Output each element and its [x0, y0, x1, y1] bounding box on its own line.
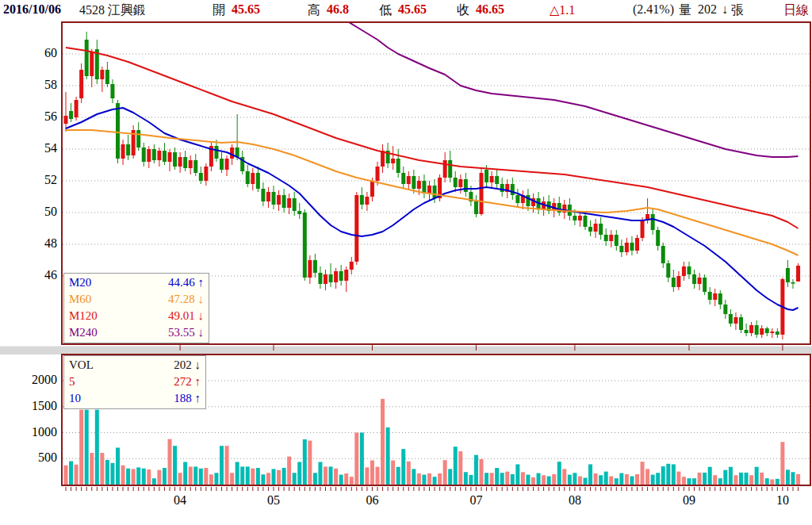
volume-bar — [733, 475, 737, 485]
open-label: 開 — [213, 2, 225, 19]
ma-legend-row-m20: M2044.46 ↑ — [69, 274, 204, 291]
candle-body — [256, 173, 260, 189]
candle-body — [401, 173, 405, 184]
month-label: 04 — [167, 493, 193, 508]
candle-body — [490, 176, 494, 182]
volume-bar — [417, 473, 421, 485]
stock-symbol: 4528 江興鍛 — [79, 2, 146, 19]
volume-bar — [676, 472, 680, 485]
volume-bar — [786, 469, 790, 485]
candle-body — [313, 260, 317, 273]
candle-body — [433, 186, 437, 198]
volume-bar — [433, 477, 437, 485]
candle-body — [594, 224, 598, 232]
candle-body — [189, 160, 193, 168]
candle-body — [272, 192, 276, 205]
candle-body — [708, 292, 712, 300]
price-tick-label: 46 — [0, 268, 57, 282]
candle-body — [615, 235, 619, 246]
volume-bar — [521, 472, 525, 485]
price-tick-label: 54 — [0, 141, 57, 155]
price-tick-label: 48 — [0, 236, 57, 251]
candle-body — [116, 103, 120, 159]
volume-bar — [490, 473, 494, 485]
volume-bar — [599, 475, 603, 485]
volume-bar — [651, 475, 655, 485]
candle-body — [287, 198, 291, 208]
vol-legend-value: 272 ↑ — [174, 374, 201, 390]
candle-body — [776, 331, 779, 335]
volume-bar — [552, 474, 556, 485]
candle-body — [90, 52, 94, 76]
volume-bar — [230, 473, 234, 485]
volume-bar — [635, 474, 639, 485]
candle-body — [739, 317, 743, 330]
candle-body — [713, 293, 717, 300]
candle-body — [578, 216, 582, 220]
candle-body — [573, 216, 576, 220]
volume-bars-layer — [64, 399, 801, 485]
volume-bar — [500, 473, 504, 485]
volume-bar — [454, 446, 458, 485]
ma-legend-row-m120: M12049.01 ↓ — [69, 308, 204, 324]
candle-body — [609, 235, 613, 241]
candle-body — [136, 130, 140, 148]
candle-body — [584, 216, 588, 227]
candle-body — [163, 151, 167, 162]
volume-bar — [505, 472, 509, 485]
ma-legend-row-m240: M24053.55 ↓ — [69, 324, 204, 341]
volume-bar — [458, 451, 462, 485]
low-label: 低 — [379, 2, 392, 19]
price-tick-label: 60 — [0, 46, 57, 60]
volume-bar — [105, 460, 109, 485]
vol-legend-row-5: 5272 ↑ — [69, 374, 201, 390]
candle-body — [454, 178, 458, 187]
volume-bar — [401, 449, 405, 485]
volume-bar — [682, 477, 686, 485]
volume-bar — [329, 466, 333, 485]
candle-body — [75, 100, 79, 117]
volume-bar — [350, 477, 354, 485]
volume-bar — [214, 473, 218, 485]
volume-bar — [672, 464, 676, 485]
candle-body — [511, 184, 515, 195]
candle-body — [329, 274, 333, 282]
candle-body — [745, 330, 749, 333]
volume-bar — [157, 470, 161, 485]
period-daily[interactable]: 日線 — [783, 2, 809, 19]
candle-body — [277, 195, 281, 205]
vol-legend-label: 10 — [69, 390, 81, 407]
volume-bar — [791, 472, 795, 485]
volume-bar — [110, 463, 114, 485]
ma-legend-row-m60: M6047.28 ↓ — [69, 291, 204, 308]
high-value: 46.8 — [327, 2, 349, 17]
candle-body — [448, 160, 452, 178]
volume-bar — [209, 474, 213, 485]
vol-legend-row-vol: VOL202 ↓ — [69, 357, 201, 374]
volume-bar — [604, 472, 608, 485]
candle-body — [110, 84, 114, 98]
candle-body — [303, 213, 307, 278]
candle-body — [152, 149, 156, 160]
volume-bar — [422, 475, 426, 485]
candle-body — [173, 152, 177, 167]
volume-bar — [745, 473, 749, 485]
candle-body — [344, 270, 348, 281]
volume-bar — [511, 474, 515, 485]
volume-bar — [755, 467, 759, 485]
volume-bar — [95, 410, 99, 485]
volume-bar — [293, 473, 297, 485]
month-label: 09 — [676, 493, 703, 508]
volume-bar — [116, 447, 120, 485]
volume-bar — [645, 469, 649, 485]
volume-bar — [526, 475, 530, 485]
volume-bar — [381, 399, 385, 485]
volume-bar — [584, 477, 588, 485]
vol-legend-row-10: 10188 ↑ — [69, 390, 201, 407]
volume-bar — [713, 475, 717, 485]
candle-body — [407, 176, 411, 184]
candle-body — [376, 167, 380, 181]
candle-body — [599, 224, 603, 235]
candle-body — [293, 198, 297, 211]
volume-bar — [443, 460, 447, 485]
